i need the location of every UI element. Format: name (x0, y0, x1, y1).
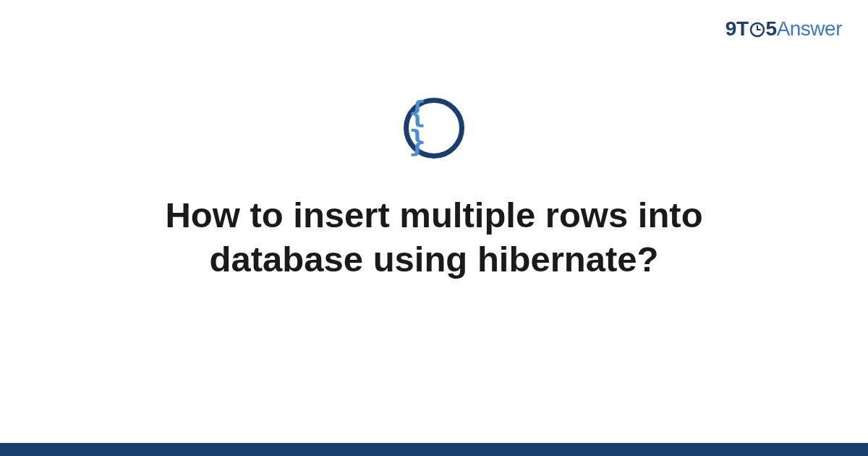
logo-five: 5 (766, 17, 777, 40)
logo-answer: Answer (777, 17, 842, 40)
code-braces-icon: { } (404, 98, 464, 159)
main-content: { } How to insert multiple rows into dat… (0, 98, 868, 282)
clock-icon (749, 20, 765, 43)
logo-t: T (736, 17, 749, 40)
site-logo[interactable]: 9T 5Answer (726, 17, 842, 43)
page-title: How to insert multiple rows into databas… (109, 193, 760, 282)
footer-accent-bar (0, 443, 868, 456)
logo-nine: 9 (726, 17, 736, 40)
braces-glyph: { } (409, 98, 459, 156)
